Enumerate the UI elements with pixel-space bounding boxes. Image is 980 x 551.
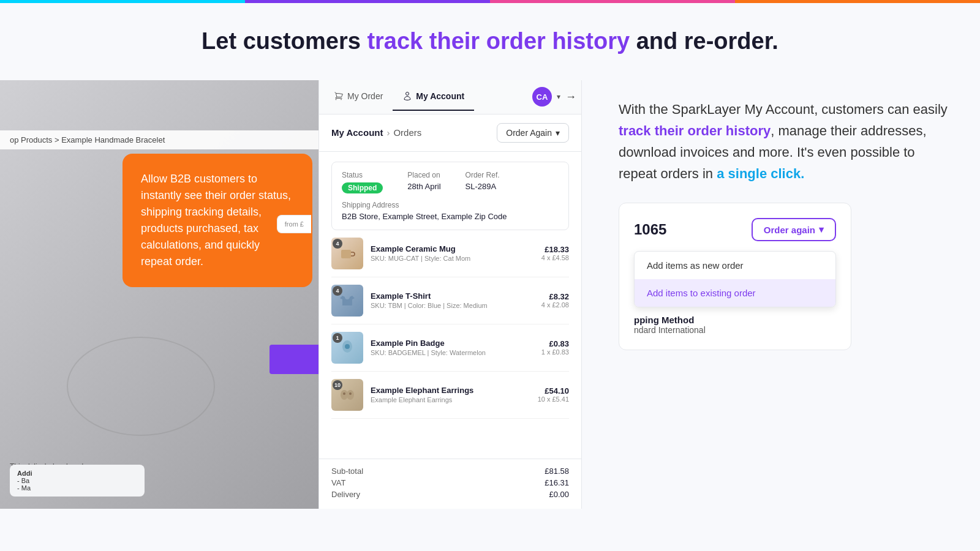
placed-on-col: Placed on 28th April xyxy=(407,171,440,193)
status-badge: Shipped xyxy=(342,182,383,193)
order-header-box: Status Shipped Placed on 28th April Orde… xyxy=(331,162,569,230)
top-rainbow-bar xyxy=(0,0,980,3)
breadcrumb-orders: Orders xyxy=(393,127,421,138)
vat-row: VAT £16.31 xyxy=(331,478,569,487)
order-item: 4 Example T-Shirt SKU: TBM | Color: Blue… xyxy=(331,277,569,324)
svg-point-18 xyxy=(349,392,352,395)
delivery-row: Delivery £0.00 xyxy=(331,490,569,499)
panel-breadcrumb: My Account › Orders Order Again ▾ xyxy=(319,114,581,152)
item-qty-badge: 4 xyxy=(333,286,342,296)
item-image-earrings: 10 xyxy=(331,379,363,411)
shipping-method-label: pping Method xyxy=(634,315,836,325)
item-image-badge: 1 xyxy=(331,332,363,364)
right-description: With the SparkLayer My Account, customer… xyxy=(619,99,949,185)
tab-my-account[interactable]: My Account xyxy=(393,83,474,111)
chevron-down-icon: ▾ xyxy=(556,128,560,138)
order-item: 10 Example Elephant Earrings Example Ele… xyxy=(331,372,569,419)
shipping-address-label: Shipping Address xyxy=(342,201,559,209)
item-info: Example Elephant Earrings Example Elepha… xyxy=(371,386,530,403)
order-ref-col: Order Ref. SL-289A xyxy=(466,171,500,193)
bar-seg-purple xyxy=(245,0,490,3)
order-totals: Sub-total £81.58 VAT £16.31 Delivery £0.… xyxy=(319,459,581,509)
widget-order-number: 1065 xyxy=(634,221,666,238)
svg-point-0 xyxy=(67,337,214,435)
chevron-down-icon: ▾ xyxy=(819,224,824,235)
item-qty-badge: 4 xyxy=(333,239,342,249)
dropdown-item-new-order[interactable]: Add items as new order xyxy=(635,252,835,279)
bar-seg-orange xyxy=(735,0,980,3)
tab-my-order[interactable]: My Order xyxy=(324,83,393,111)
order-meta-row: Status Shipped Placed on 28th April Orde… xyxy=(342,171,559,193)
panel-nav: My Order My Account CA ▾ → xyxy=(319,80,581,114)
bar-seg-pink xyxy=(490,0,735,3)
widget-order-again-button[interactable]: Order again ▾ xyxy=(752,218,836,241)
widget-top-row: 1065 Order again ▾ xyxy=(634,218,836,241)
svg-point-14 xyxy=(345,344,350,349)
item-qty-badge: 10 xyxy=(333,380,342,390)
item-info: Example Pin Badge SKU: BADGEMEL | Style:… xyxy=(371,339,534,356)
shipping-method-value: ndard International xyxy=(634,325,836,335)
left-product-panel: op Products > Example Handmade Bracelet xyxy=(0,80,318,509)
dropdown-item-existing-order[interactable]: Add items to existing order xyxy=(635,279,835,307)
order-again-button[interactable]: Order Again ▾ xyxy=(497,123,569,143)
cart-icon xyxy=(334,91,344,101)
svg-point-17 xyxy=(343,392,345,395)
page-headline: Let customers track their order history … xyxy=(202,28,778,56)
columns-layout: op Products > Example Handmade Bracelet xyxy=(0,80,980,509)
main-container: Let customers track their order history … xyxy=(0,3,980,509)
order-again-dropdown: Add items as new order Add items to exis… xyxy=(634,251,836,307)
price-tag-area: from £ xyxy=(277,215,311,233)
item-qty-badge: 1 xyxy=(333,333,342,343)
breadcrumb-sep: › xyxy=(386,127,390,138)
item-price: £0.83 1 x £0.83 xyxy=(541,339,569,356)
svg-rect-12 xyxy=(341,250,351,258)
order-item: 1 Example Pin Badge SKU: BADGEMEL | Styl… xyxy=(331,324,569,372)
breadcrumb-my-account[interactable]: My Account xyxy=(331,127,383,138)
item-price: £8.32 4 x £2.08 xyxy=(541,292,569,309)
item-price: £18.33 4 x £4.58 xyxy=(541,245,569,261)
order-item: 4 Example Ceramic Mug SKU: MUG-CAT | Sty… xyxy=(331,230,569,277)
item-image-shirt: 4 xyxy=(331,285,363,317)
user-icon xyxy=(402,91,412,101)
item-price: £54.10 10 x £5.41 xyxy=(538,386,569,403)
bracelet-svg xyxy=(18,264,263,448)
status-col: Status Shipped xyxy=(342,171,383,193)
nav-right-area: CA ▾ → xyxy=(532,87,576,107)
add-button[interactable] xyxy=(270,345,318,374)
adding-box: Addi - Ba - Ma xyxy=(10,465,145,497)
order-again-widget: 1065 Order again ▾ Add items as new orde… xyxy=(619,203,851,350)
bar-seg-cyan xyxy=(0,0,245,3)
shipping-address-value: B2B Store, Example Street, Example Zip C… xyxy=(342,212,559,221)
avatar[interactable]: CA xyxy=(532,87,552,107)
subtotal-row: Sub-total £81.58 xyxy=(331,467,569,476)
order-items-list: 4 Example Ceramic Mug SKU: MUG-CAT | Sty… xyxy=(319,230,581,456)
tab-account-label: My Account xyxy=(416,91,464,101)
breadcrumb: op Products > Example Handmade Bracelet xyxy=(0,130,318,149)
tab-order-label: My Order xyxy=(347,91,383,101)
arrow-right-icon[interactable]: → xyxy=(565,91,576,103)
chevron-down-icon: ▾ xyxy=(557,92,560,101)
right-content: With the SparkLayer My Account, customer… xyxy=(582,80,980,509)
bracelet-background: op Products > Example Handmade Bracelet xyxy=(0,80,318,509)
item-info: Example Ceramic Mug SKU: MUG-CAT | Style… xyxy=(371,244,534,262)
item-info: Example T-Shirt SKU: TBM | Color: Blue |… xyxy=(371,291,534,309)
account-panel: My Order My Account CA ▾ → xyxy=(318,80,582,509)
shipping-snippet: pping Method ndard International xyxy=(634,315,836,335)
item-image-mug: 4 xyxy=(331,238,363,269)
